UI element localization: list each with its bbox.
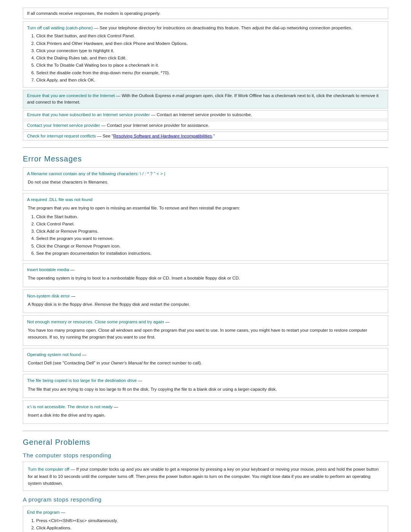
error-messages-heading: Error Messages [23,155,388,163]
non-system-label: Non-system disk error [27,294,70,298]
check-interrupt-block: Check for interrupt request conflicts — … [23,131,388,141]
list-item: Click the Change or Remove Program icon. [36,243,384,249]
end-program-label: End the program [27,510,60,514]
filename-label: A filename cannot contain any of the fol… [27,171,165,176]
turn-off-label: Turn off call waiting (catch-phone) [27,26,93,30]
computer-stops-heading: The computer stops responding [23,452,388,459]
list-item: Click Control Panel. [36,221,384,227]
list-item: Click the Dialing Rules tab, and then cl… [36,55,384,61]
dll-label: A required .DLL file was not found [27,197,92,202]
list-item: Click Apply, and then click OK. [36,77,384,83]
end-program-block: End the program — Press <Ctrl><Shift><Es… [23,506,388,532]
insert-bootable-block: Insert bootable media — The operating sy… [23,263,388,287]
section-divider-2 [23,431,388,431]
turn-off-computer-label: Turn the computer off [28,467,69,471]
ensure-subscribed-block: Ensure that you have subscribed to an In… [23,110,388,119]
check-interrupt-label: Check for interrupt request conflicts [27,134,96,138]
turn-off-steps-list: Click the Start button, and then click C… [36,33,384,83]
list-item: Select the disable code from the drop-do… [36,70,384,76]
ensure-subscribed-label: Ensure that you have subscribed to an In… [27,112,150,117]
turn-off-computer-body: If your computer locks up and you are un… [28,467,379,486]
list-item: Click Printers and Other Hardware, and t… [36,40,384,47]
list-item: Click the Start button. [36,214,384,220]
dll-not-found-block: A required .DLL file was not found The p… [23,193,388,261]
section-divider [23,147,388,148]
contact-isp-block: Contact your Internet service provider —… [23,121,388,130]
list-item: Select the program you want to remove. [36,235,384,242]
file-too-large-label: The file being copied is too large for t… [27,378,137,383]
not-enough-memory-label: Not enough memory or resources. Close so… [27,320,164,324]
os-not-found-body: Contact Dell (see "Contacting Dell" in y… [27,360,384,366]
ensure-connected-label: Ensure that you are connected to the Int… [27,93,115,98]
list-item: Click the Start button, and then click C… [36,33,384,39]
os-not-found-block: Operating system not found — Contact Del… [23,348,388,372]
not-enough-memory-body: You have too many programs open. Close a… [27,327,384,340]
os-not-found-label: Operating system not found [27,352,81,357]
insert-bootable-label: Insert bootable media [27,267,69,272]
not-enough-memory-block: Not enough memory or resources. Close so… [23,315,388,346]
file-too-large-body: The file that you are trying to copy is … [27,386,384,393]
list-item: See the program documentation for instal… [36,250,384,257]
contact-isp-label: Contact your Internet service provider [27,123,100,128]
list-item: Click your connection type to highlight … [36,48,384,54]
program-stops-heading: A program stops responding [23,496,388,503]
list-item: Click Add or Remove Programs. [36,228,384,235]
list-item: Press <Ctrl><Shift><Esc> simultaneously. [36,518,384,524]
not-accessible-label: x:\ is not accessible. The device is not… [27,404,113,409]
insert-bootable-body: The operating system is trying to boot t… [27,275,384,281]
resolving-link[interactable]: Resolving Software and Hardware Incompat… [113,134,212,138]
turn-off-computer-block: Turn the computer off — If your computer… [23,462,388,491]
general-problems-heading: General Problems [23,438,388,447]
list-item: Click the To Disable Call Waiting box to… [36,62,384,69]
ensure-connected-block: Ensure that you are connected to the Int… [23,90,388,109]
list-item: Click Applications. [36,525,384,531]
file-too-large-block: The file being copied is too large for t… [23,374,388,398]
intro-note: If all commands receive responses, the m… [23,8,388,19]
turn-off-call-waiting-block: Turn off call waiting (catch-phone) — Se… [23,21,388,88]
non-system-body: A floppy disk is in the floppy drive. Re… [27,301,384,308]
filename-block: A filename cannot contain any of the fol… [23,167,388,191]
non-system-disk-block: Non-system disk error — A floppy disk is… [23,289,388,313]
not-accessible-body: Insert a disk into the drive and try aga… [27,412,384,419]
end-program-steps-list: Press <Ctrl><Shift><Esc> simultaneously.… [36,518,384,532]
dll-steps-list: Click the Start button. Click Control Pa… [36,214,384,257]
dll-body: The program that you are trying to open … [27,205,384,211]
not-accessible-block: x:\ is not accessible. The device is not… [23,400,388,424]
filename-body: Do not use these characters in filenames… [27,179,384,185]
